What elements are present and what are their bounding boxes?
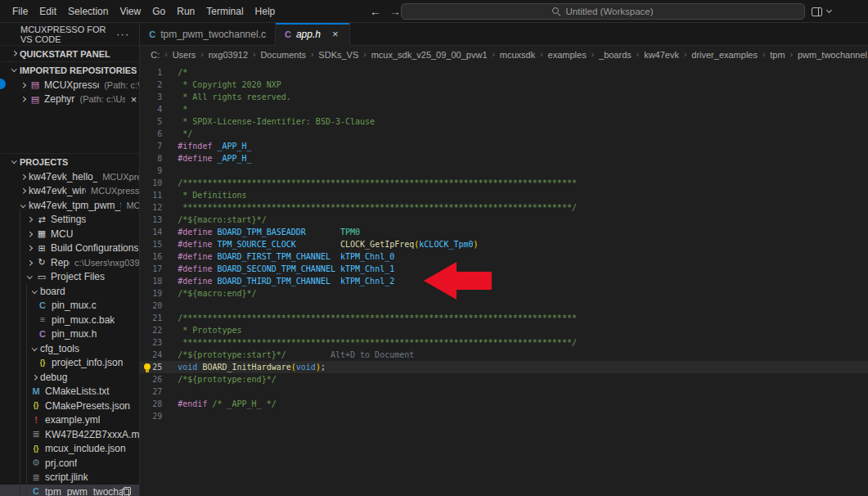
tree-item-script-jlink[interactable]: ≣script.jlink bbox=[0, 471, 139, 485]
tree-item-settings[interactable]: ⇄Settings bbox=[0, 213, 139, 228]
code-line-3[interactable]: 3 * All rights reserved. bbox=[140, 91, 868, 103]
tree-item-build-configurations[interactable]: ⊞Build Configurations bbox=[0, 241, 139, 256]
code-line-19[interactable]: 19/*${macro:end}*/ bbox=[140, 287, 868, 300]
code-line-10[interactable]: 10/*************************************… bbox=[140, 177, 868, 189]
tree-item-pin-mux-c[interactable]: Cpin_mux.c bbox=[0, 299, 139, 313]
chevron-right-icon[interactable] bbox=[25, 261, 35, 265]
breadcrumb-item[interactable]: _boards bbox=[598, 50, 632, 60]
code-line-25[interactable]: 25void BOARD_InitHardware(void); bbox=[140, 361, 868, 373]
breadcrumb-item[interactable]: driver_examples bbox=[690, 50, 758, 60]
chevron-down-icon[interactable] bbox=[29, 291, 40, 293]
menu-item-edit[interactable]: Edit bbox=[34, 3, 62, 20]
menu-item-selection[interactable]: Selection bbox=[62, 3, 114, 20]
code-line-14[interactable]: 14#define BOARD_TPM_BASEADDR TPM0 bbox=[140, 226, 868, 238]
menu-item-help[interactable]: Help bbox=[250, 3, 281, 20]
tree-item-kw47evk-hello-world-cm33-core0[interactable]: kw47evk_hello_world_cm33_core0MCUXpresso… bbox=[0, 169, 139, 184]
tree-item-project-files[interactable]: ▭Project Files bbox=[0, 270, 139, 285]
tree-item-kw47evk-wireless-uart-bm[interactable]: kw47evk_wireless_uart_bmMCUXpresso SDK 2… bbox=[0, 184, 139, 199]
tree-item-cmakepresets-json[interactable]: {}CMakePresets.json bbox=[0, 399, 139, 413]
close-icon[interactable]: × bbox=[331, 28, 340, 40]
tree-item-kw47evk-tpm-pwm-twochannel-cm33-core0[interactable]: kw47evk_tpm_pwm_twochannel_cm33_core0MCU… bbox=[0, 198, 139, 213]
code-line-29[interactable]: 29 bbox=[140, 410, 868, 422]
chevron-down-icon[interactable] bbox=[18, 205, 29, 207]
breadcrumb-item[interactable]: kw47evk bbox=[643, 50, 680, 60]
breadcrumb-item[interactable]: tpm bbox=[769, 50, 785, 60]
tree-item-prj-conf[interactable]: ⚙prj.conf bbox=[0, 456, 139, 471]
close-icon[interactable]: × bbox=[128, 93, 140, 106]
menu-item-run[interactable]: Run bbox=[171, 3, 200, 20]
tree-item-pin-mux-h[interactable]: Cpin_mux.h bbox=[0, 327, 139, 342]
menu-item-view[interactable]: View bbox=[114, 3, 146, 20]
chevron-right-icon[interactable] bbox=[25, 218, 35, 222]
code-line-23[interactable]: 23 *************************************… bbox=[140, 336, 868, 349]
forward-arrow-icon[interactable]: → bbox=[389, 5, 401, 18]
chevron-down-icon[interactable] bbox=[29, 348, 40, 350]
code-line-1[interactable]: 1/* bbox=[140, 66, 868, 79]
tree-item-zephyr-repository[interactable]: ▤Zephyr Repository(Path: c:\Users\nxg039… bbox=[0, 92, 139, 107]
menu-item-terminal[interactable]: Terminal bbox=[200, 3, 249, 20]
code-line-27[interactable]: 27 bbox=[140, 386, 868, 398]
code-line-22[interactable]: 22 * Prototypes bbox=[140, 324, 868, 336]
tree-item-tpm-pwm-twochannel-c[interactable]: Ctpm_pwm_twochannel.c bbox=[0, 485, 139, 496]
code-line-18[interactable]: 18#define BOARD_THIRD_TPM_CHANNEL kTPM_C… bbox=[140, 275, 868, 287]
breadcrumb-item[interactable]: examples bbox=[547, 50, 587, 60]
tree-item-project-info-json[interactable]: {}project_info.json bbox=[0, 356, 139, 371]
breadcrumb-item[interactable]: Users bbox=[172, 50, 197, 60]
chevron-right-icon[interactable] bbox=[18, 83, 29, 88]
code-line-20[interactable]: 20 bbox=[140, 300, 868, 312]
breadcrumb-item[interactable]: mcuxsdk bbox=[499, 50, 536, 60]
more-actions-icon[interactable]: ··· bbox=[116, 28, 129, 40]
code-line-9[interactable]: 9 bbox=[140, 165, 868, 177]
code-line-17[interactable]: 17#define BOARD_SECOND_TPM_CHANNEL kTPM_… bbox=[140, 263, 868, 275]
code-line-12[interactable]: 12 *************************************… bbox=[140, 201, 868, 214]
breadcrumb-item[interactable]: nxg03912 bbox=[208, 50, 249, 60]
chevron-down-icon[interactable] bbox=[25, 276, 35, 278]
code-line-24[interactable]: 24/*${prototype:start}*/ Alt+D to Docume… bbox=[140, 349, 868, 361]
code-line-13[interactable]: 13/*${macro:start}*/ bbox=[140, 214, 868, 226]
breadcrumb-item[interactable]: C: bbox=[150, 50, 160, 60]
chevron-right-icon[interactable] bbox=[18, 189, 29, 193]
tree-item-pin-mux-c-bak[interactable]: ≡pin_mux.c.bak bbox=[0, 313, 139, 327]
tab-tpm-pwm-twochannel-c[interactable]: Ctpm_pwm_twochannel.c bbox=[140, 23, 276, 45]
breadcrumb-item[interactable]: mcux_sdk_v25_09_00_pvw1 bbox=[371, 50, 488, 60]
chevron-down-icon[interactable] bbox=[9, 69, 20, 71]
chevron-down-icon[interactable] bbox=[826, 7, 832, 13]
menu-item-go[interactable]: Go bbox=[146, 3, 171, 20]
code-line-26[interactable]: 26/*${prototype:end}*/ bbox=[140, 373, 868, 386]
breadcrumb-item[interactable]: pwm_twochannel bbox=[797, 50, 868, 60]
tree-item-cmakelists-txt[interactable]: MCMakeLists.txt bbox=[0, 385, 139, 399]
section-imported-repositories[interactable]: IMPORTED REPOSITORIES bbox=[0, 61, 139, 78]
tree-item-repository[interactable]: ↻Repositoryc:\Users\nxg03912\Documents\S… bbox=[0, 255, 139, 270]
code-editor[interactable]: 1/*2 * Copyright 2020 NXP3 * All rights … bbox=[140, 63, 868, 496]
tree-item-cfg-tools[interactable]: cfg_tools bbox=[0, 341, 139, 356]
code-line-28[interactable]: 28#endif /* _APP_H_ */ bbox=[140, 398, 868, 410]
chevron-right-icon[interactable] bbox=[18, 97, 29, 101]
command-center-search[interactable]: Untitled (Workspace) bbox=[401, 3, 805, 20]
tree-item-mcuxpresso-sdk-repository[interactable]: ▤MCUXpresso SDK Repository(Path: c:\User… bbox=[0, 78, 139, 92]
chevron-down-icon[interactable] bbox=[9, 160, 20, 163]
chevron-right-icon[interactable] bbox=[25, 232, 35, 237]
code-line-7[interactable]: 7#ifndef _APP_H_ bbox=[140, 140, 868, 152]
code-line-16[interactable]: 16#define BOARD_FIRST_TPM_CHANNEL kTPM_C… bbox=[140, 250, 868, 263]
tree-item-mcu[interactable]: ▦MCU bbox=[0, 227, 139, 241]
breadcrumb-item[interactable]: Documents bbox=[259, 50, 307, 60]
code-line-21[interactable]: 21/*************************************… bbox=[140, 312, 868, 324]
back-arrow-icon[interactable]: ← bbox=[370, 5, 381, 18]
code-line-11[interactable]: 11 * Definitions bbox=[140, 189, 868, 201]
tree-item-mcux-include-json[interactable]: {}mcux_include.json bbox=[0, 442, 139, 457]
tab-app-h[interactable]: Capp.h× bbox=[276, 23, 350, 46]
code-line-2[interactable]: 2 * Copyright 2020 NXP bbox=[140, 79, 868, 91]
code-line-6[interactable]: 6 */ bbox=[140, 128, 868, 140]
breadcrumb-item[interactable]: SDKs_VS bbox=[317, 50, 359, 60]
chevron-right-icon[interactable] bbox=[29, 376, 40, 380]
section-projects[interactable]: PROJECTS bbox=[0, 153, 139, 169]
tree-item-example-yml[interactable]: !example.yml bbox=[0, 413, 139, 428]
customize-layout-icon[interactable] bbox=[812, 7, 822, 16]
tree-item-kw47b42zb7xxxa-mex[interactable]: ≣KW47B42ZB7xxxA.mex bbox=[0, 427, 139, 442]
chevron-right-icon[interactable] bbox=[25, 246, 35, 250]
chevron-right-icon[interactable] bbox=[9, 52, 20, 56]
menu-item-file[interactable]: File bbox=[7, 3, 34, 20]
section-quickstart-panel[interactable]: QUICKSTART PANEL bbox=[0, 45, 139, 61]
code-line-5[interactable]: 5 * SPDX-License-Identifier: BSD-3-Claus… bbox=[140, 115, 868, 128]
copy-path-icon[interactable] bbox=[122, 487, 131, 496]
